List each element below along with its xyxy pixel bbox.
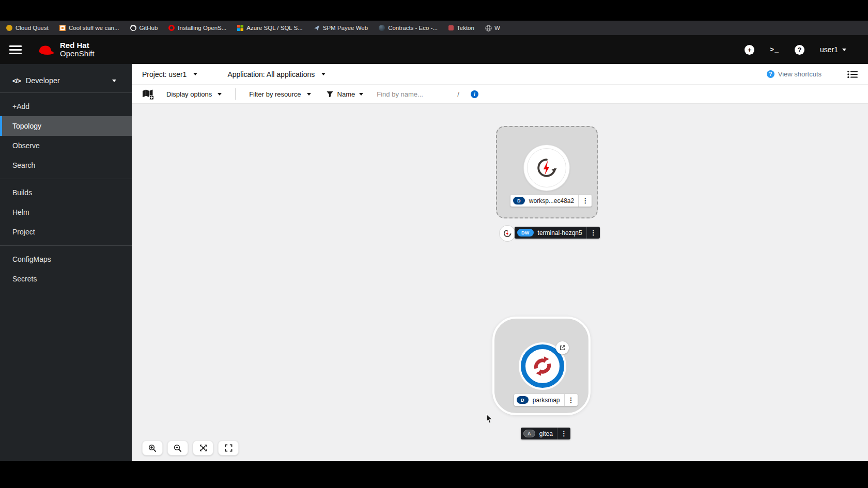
- application-dropdown-label: Application: All applications: [227, 70, 315, 78]
- open-url-button[interactable]: [556, 341, 569, 354]
- brand-redhat: Red Hat: [60, 41, 95, 50]
- bookmark-label: Tekton: [457, 25, 474, 31]
- sidebar-item-topology[interactable]: Topology: [0, 116, 132, 136]
- find-by-name-input[interactable]: [377, 90, 449, 98]
- sidebar-item-add[interactable]: +Add: [0, 97, 132, 116]
- contracts-favicon-icon: [379, 25, 385, 31]
- fullscreen-button[interactable]: [218, 440, 239, 455]
- brand-openshift: OpenShift: [60, 50, 95, 58]
- application-badge: A: [523, 430, 535, 437]
- application-dropdown[interactable]: Application: All applications: [227, 70, 326, 78]
- web-terminal-icon[interactable]: >_: [770, 46, 779, 54]
- chevron-down-icon: [193, 73, 197, 75]
- sidebar-nav: </> Developer +Add Topology Observe Sear…: [0, 64, 132, 461]
- bookmark-label: Cloud Quest: [16, 25, 49, 31]
- devworkspace-icon: [535, 156, 559, 180]
- bookmark-label: Cool stuff we can...: [69, 25, 119, 31]
- mouse-cursor: [486, 414, 493, 426]
- workload-name: parksmap: [529, 397, 564, 404]
- sidebar-item-observe[interactable]: Observe: [0, 136, 132, 155]
- expand-arrows-icon: [199, 444, 207, 452]
- tekton-favicon-icon: [448, 25, 454, 30]
- nav-toggle-hamburger-icon[interactable]: [9, 45, 22, 54]
- browser-bookmarks-bar: Cloud Quest Cool stuff we can... GitHub …: [0, 21, 868, 35]
- help-icon[interactable]: ?: [795, 45, 804, 55]
- sidebar-item-secrets[interactable]: Secrets: [0, 269, 132, 289]
- cloud-quest-favicon-icon: [6, 25, 12, 31]
- kebab-menu-icon[interactable]: ⋮: [578, 195, 592, 207]
- zoom-in-button[interactable]: [142, 440, 163, 455]
- sidebar-item-search[interactable]: Search: [0, 155, 132, 175]
- sidebar-item-project[interactable]: Project: [0, 222, 132, 242]
- sidebar-item-builds[interactable]: Builds: [0, 183, 132, 202]
- topology-filter-bar: Display options Filter by resource Name …: [132, 85, 868, 104]
- user-menu[interactable]: user1: [820, 45, 846, 54]
- nav-section-config: ConfigMaps Secrets: [0, 245, 132, 292]
- display-options-dropdown[interactable]: Display options: [166, 90, 222, 98]
- bookmark-tekton[interactable]: Tekton: [448, 25, 474, 31]
- workload-name: gitea: [535, 430, 557, 437]
- project-dropdown[interactable]: Project: user1: [142, 70, 197, 78]
- bookmark-contracts[interactable]: Contracts - Eco -...: [379, 25, 438, 31]
- name-filter-dropdown[interactable]: Name: [327, 90, 364, 98]
- chevron-down-icon: [321, 73, 326, 75]
- kebab-menu-icon[interactable]: ⋮: [557, 428, 570, 439]
- kebab-menu-icon[interactable]: ⋮: [586, 227, 600, 239]
- redhat-fedora-icon: [36, 42, 56, 57]
- chevron-down-icon: [842, 49, 846, 51]
- terminal-node-label[interactable]: DW terminal-hezqn5 ⋮: [515, 227, 600, 239]
- context-bar: Project: user1 Application: All applicat…: [132, 64, 868, 85]
- zoom-out-button[interactable]: [167, 440, 188, 455]
- nav-section-build: Builds Helm Project: [0, 179, 132, 245]
- bookmark-installing-openshift[interactable]: Installing OpenS...: [168, 25, 226, 31]
- topology-canvas[interactable]: D worksp...ec48a2 ⋮ DW terminal-hezqn5 ⋮: [132, 104, 868, 461]
- bookmark-cloud-quest[interactable]: Cloud Quest: [6, 25, 49, 31]
- list-view-toggle-icon[interactable]: [847, 70, 858, 78]
- workspace-node[interactable]: [524, 145, 569, 191]
- globe-favicon-icon: [485, 25, 491, 31]
- devworkspace-badge: DW: [517, 229, 534, 237]
- redhat-openshift-logo[interactable]: Red Hat OpenShift: [36, 41, 95, 58]
- parksmap-node-label[interactable]: D parksmap ⋮: [514, 394, 578, 406]
- bookmark-spm-payee[interactable]: SPM Payee Web: [314, 25, 368, 31]
- context-bar-right: ? View shortcuts: [767, 70, 858, 78]
- terminal-node[interactable]: [500, 226, 515, 241]
- filter-by-resource-dropdown[interactable]: Filter by resource: [249, 90, 311, 98]
- gitea-node-label[interactable]: A gitea ⋮: [521, 428, 570, 439]
- slash-shortcut-hint: /: [457, 90, 459, 98]
- bookmark-github[interactable]: GitHub: [130, 25, 158, 31]
- project-dropdown-label: Project: user1: [142, 70, 187, 78]
- info-icon[interactable]: i: [471, 90, 478, 98]
- question-circle-icon: ?: [767, 70, 774, 78]
- folder-favicon-icon: [59, 25, 66, 31]
- perspective-label: Developer: [26, 76, 60, 85]
- display-options-label: Display options: [166, 90, 212, 98]
- zoom-in-icon: [148, 444, 157, 452]
- workspace-node-label[interactable]: D worksp...ec48a2 ⋮: [510, 195, 592, 207]
- bookmark-label: Installing OpenS...: [178, 25, 226, 31]
- topology-controls: [142, 440, 239, 455]
- perspective-switcher[interactable]: </> Developer: [0, 64, 132, 93]
- deployment-badge: D: [517, 396, 529, 404]
- quick-create-plus-icon[interactable]: +: [745, 45, 754, 55]
- workload-name: terminal-hezqn5: [534, 229, 586, 237]
- bookmark-azure-sql[interactable]: Azure SQL / SQL S...: [237, 25, 302, 31]
- bookmark-w[interactable]: W: [485, 25, 500, 31]
- name-filter-label: Name: [337, 90, 355, 98]
- body: </> Developer +Add Topology Observe Sear…: [0, 64, 868, 461]
- fit-to-screen-button[interactable]: [193, 440, 213, 455]
- masthead: Red Hat OpenShift + >_ ? user1: [0, 35, 868, 64]
- export-application-map-icon[interactable]: [142, 89, 154, 100]
- sidebar-item-helm[interactable]: Helm: [0, 202, 132, 222]
- brand-text: Red Hat OpenShift: [60, 41, 95, 58]
- devworkspace-icon: [503, 229, 512, 238]
- nav-section-main: +Add Topology Observe Search: [0, 93, 132, 179]
- kebab-menu-icon[interactable]: ⋮: [564, 394, 578, 406]
- fullscreen-icon: [225, 444, 233, 452]
- screen: Cloud Quest Cool stuff we can... GitHub …: [0, 0, 868, 488]
- sidebar-item-configmaps[interactable]: ConfigMaps: [0, 249, 132, 269]
- view-shortcuts-link[interactable]: ? View shortcuts: [767, 70, 822, 78]
- bookmark-label: SPM Payee Web: [323, 25, 368, 31]
- bookmark-cool-stuff[interactable]: Cool stuff we can...: [59, 25, 119, 31]
- bookmark-label: W: [494, 25, 500, 31]
